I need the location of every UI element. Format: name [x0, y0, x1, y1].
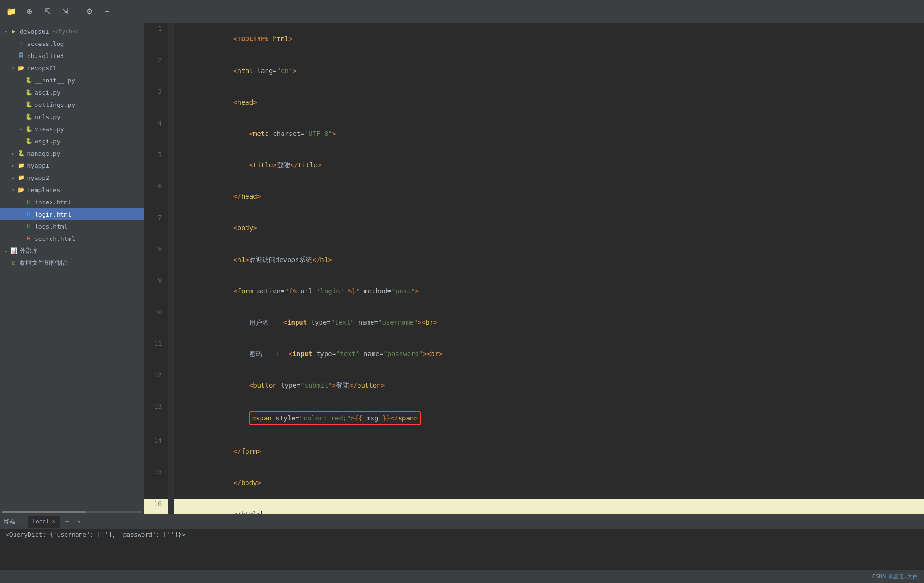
external-libs-arrow [2, 247, 9, 254]
sidebar: ▶ devops01 ~/Pychar ≡ access.log 🗄 db.sq… [0, 23, 144, 514]
minus-icon[interactable]: − [100, 4, 115, 19]
line-gutter-10 [168, 307, 174, 338]
logs-html-label: logs.html [35, 223, 67, 230]
tree-item-logs-html[interactable]: H logs.html [0, 220, 144, 232]
line-num-5: 5 [144, 149, 168, 181]
myapp1-arrow [9, 162, 17, 169]
wsgi-py-label: wsgi.py [35, 138, 60, 145]
init-py-label: __init__.py [35, 77, 75, 84]
tree-item-external-libs[interactable]: 📊 外部库 [0, 245, 144, 257]
line-code-10[interactable]: 用户名 ： <input type="text" name="username"… [174, 307, 924, 338]
line-num-1: 1 [144, 23, 168, 55]
expand-all-icon[interactable]: ⇲ [57, 4, 72, 19]
line-num-8: 8 [144, 244, 168, 275]
terminal-label: 终端： [4, 517, 22, 526]
collapse-all-icon[interactable]: ⇱ [39, 4, 54, 19]
tree-item-asgi-py[interactable]: 🐍 asgi.py [0, 86, 144, 98]
project-tree[interactable]: ▶ devops01 ~/Pychar ≡ access.log 🗄 db.sq… [0, 23, 144, 510]
tree-item-templates[interactable]: 📂 templates [0, 184, 144, 196]
tree-item-access-log[interactable]: ≡ access.log [0, 37, 144, 50]
line-code-2[interactable]: <html lang="en"> [174, 55, 924, 86]
myapp2-icon: 📁 [17, 174, 25, 181]
terminal-tab-local[interactable]: Local ✕ [28, 516, 60, 528]
folder-icon[interactable]: 📁 [4, 4, 19, 19]
tree-item-login-html[interactable]: H login.html [0, 208, 144, 220]
terminal-dropdown[interactable]: ▾ [74, 516, 84, 527]
asgi-py-label: asgi.py [35, 89, 60, 96]
settings-py-icon: 🐍 [24, 101, 33, 108]
code-line-7: 7 <body> [144, 212, 924, 244]
line-num-12: 12 [144, 370, 168, 401]
line-code-9[interactable]: <form action="{% url 'login' %}" method=… [174, 275, 924, 306]
line-code-12[interactable]: <button type="submit">登陆</button> [174, 370, 924, 401]
line-code-15[interactable]: </body> [174, 467, 924, 498]
tree-item-db-sqlite3[interactable]: 🗄 db.sqlite3 [0, 50, 144, 62]
myapp2-arrow [9, 174, 17, 181]
line-num-3: 3 [144, 86, 168, 118]
line-code-7[interactable]: <body> [174, 212, 924, 244]
code-line-12: 12 <button type="submit">登陆</button> [144, 370, 924, 401]
manage-arrow [9, 149, 17, 157]
line-code-1[interactable]: <!DOCTYPE html> [174, 23, 924, 55]
init-py-icon: 🐍 [24, 76, 33, 84]
tree-item-scratch[interactable]: 🖥 临时文件和控制台 [0, 257, 144, 269]
line-num-15: 15 [144, 467, 168, 498]
toolbar: 📁 ⊕ ⇱ ⇲ ⚙ − [0, 0, 924, 23]
line-num-11: 11 [144, 338, 168, 370]
tree-item-manage-py[interactable]: 🐍 manage.py [0, 147, 144, 159]
line-num-16: 16 [144, 499, 168, 514]
tree-item-settings-py[interactable]: 🐍 settings.py [0, 98, 144, 111]
red-box-highlight: <span style="color: red;">{{ msg }}</spa… [249, 411, 421, 425]
line-gutter-11 [168, 338, 174, 370]
tree-item-devops01[interactable]: ▶ devops01 ~/Pychar [0, 25, 144, 37]
line-gutter-13 [168, 401, 174, 435]
db-sqlite3-icon: 🗄 [17, 52, 25, 60]
tree-item-myapp1[interactable]: 📁 myapp1 [0, 159, 144, 172]
login-html-icon: H [24, 210, 33, 218]
sidebar-scrollbar[interactable] [0, 510, 144, 514]
code-table: 1 <!DOCTYPE html> 2 <html lang="en"> [144, 23, 924, 514]
tree-item-search-html[interactable]: H search.html [0, 232, 144, 245]
terminal-add-tab[interactable]: + [62, 516, 72, 527]
devops01-pkg-arrow [9, 64, 17, 72]
manage-py-icon: 🐍 [17, 149, 25, 157]
line-code-16[interactable]: </html> [174, 499, 924, 514]
tree-item-init-py[interactable]: 🐍 __init__.py [0, 74, 144, 86]
line-code-6[interactable]: </head> [174, 181, 924, 212]
settings-icon[interactable]: ⚙ [82, 4, 97, 19]
add-icon[interactable]: ⊕ [22, 4, 37, 19]
line-gutter-1 [168, 23, 174, 55]
line-code-8[interactable]: <h1>欢迎访问devops系统</h1> [174, 244, 924, 275]
terminal-tab-close[interactable]: ✕ [52, 518, 55, 524]
terminal-tabs: 终端： Local ✕ + ▾ [0, 514, 924, 529]
asgi-py-icon: 🐍 [24, 89, 33, 96]
scratch-label: 临时文件和控制台 [20, 259, 68, 267]
templates-label: templates [27, 187, 60, 194]
myapp1-icon: 📁 [17, 162, 25, 169]
line-code-3[interactable]: <head> [174, 86, 924, 118]
tree-item-index-html[interactable]: H index.html [0, 196, 144, 208]
myapp2-label: myapp2 [27, 174, 49, 181]
index-html-label: index.html [35, 199, 71, 206]
login-html-label: login.html [35, 211, 71, 218]
line-code-13[interactable]: <span style="color: red;">{{ msg }}</spa… [174, 401, 924, 435]
code-line-9: 9 <form action="{% url 'login' %}" metho… [144, 275, 924, 306]
code-line-14: 14 </form> [144, 435, 924, 467]
tree-item-urls-py[interactable]: 🐍 urls.py [0, 111, 144, 123]
editor-content[interactable]: 1 <!DOCTYPE html> 2 <html lang="en"> [144, 23, 924, 514]
line-gutter-7 [168, 212, 174, 244]
line-code-4[interactable]: <meta charset="UTF-8"> [174, 118, 924, 149]
line-code-14[interactable]: </form> [174, 435, 924, 467]
tree-item-wsgi-py[interactable]: 🐍 wsgi.py [0, 135, 144, 147]
line-code-5[interactable]: <title>登陆</title> [174, 149, 924, 181]
access-log-label: access.log [27, 40, 64, 47]
code-line-8: 8 <h1>欢迎访问devops系统</h1> [144, 244, 924, 275]
views-arrow [17, 125, 24, 133]
tree-item-views-py[interactable]: 🐍 views.py [0, 123, 144, 135]
line-code-11[interactable]: 密码 ： <input type="text" name="password">… [174, 338, 924, 370]
tree-item-devops01-pkg[interactable]: 📂 devops01 [0, 62, 144, 74]
code-line-5: 5 <title>登陆</title> [144, 149, 924, 181]
scrollbar-thumb[interactable] [2, 511, 86, 513]
main-area: ▶ devops01 ~/Pychar ≡ access.log 🗄 db.sq… [0, 23, 924, 514]
tree-item-myapp2[interactable]: 📁 myapp2 [0, 172, 144, 184]
